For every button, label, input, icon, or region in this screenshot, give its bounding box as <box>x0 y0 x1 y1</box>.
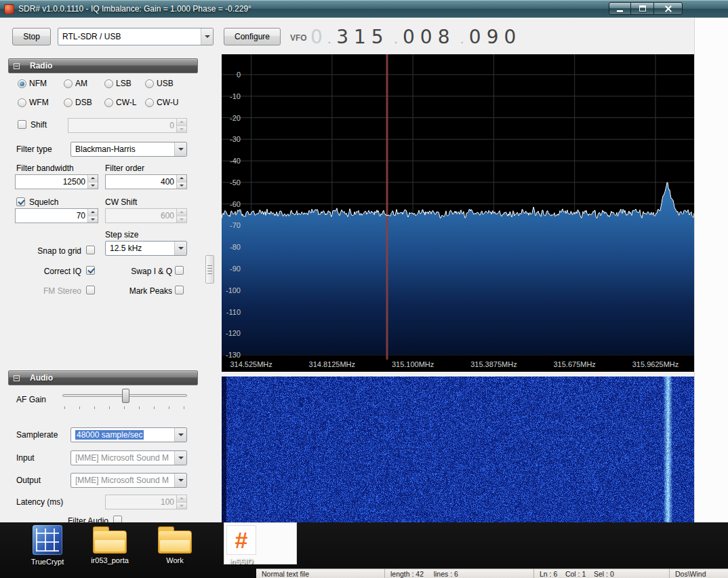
mode-label: NFM <box>29 79 47 88</box>
chevron-down-icon[interactable] <box>174 474 186 487</box>
snap-to-grid-checkbox[interactable] <box>86 246 95 254</box>
filter-type-select[interactable]: Blackman-Harris <box>70 142 187 157</box>
chevron-down-icon[interactable] <box>174 451 186 465</box>
mode-label: USB <box>157 79 174 88</box>
spin-down-icon[interactable] <box>177 503 186 509</box>
window-title: SDR# v1.0.0.1110 - IQ Imbalance: Gain = … <box>18 4 251 14</box>
spin-up-icon[interactable] <box>177 495 186 503</box>
spectrum-display[interactable]: 0-10-20-30-40-50-60-70-80-90-100-110-120… <box>222 54 694 372</box>
spin-up-icon[interactable] <box>177 209 186 216</box>
fm-stereo-checkbox[interactable] <box>86 286 95 294</box>
svg-text:-100: -100 <box>226 286 241 294</box>
desktop-icon-label: Work <box>166 556 183 564</box>
spin-up-icon[interactable] <box>177 119 186 126</box>
svg-text:315.3875MHz: 315.3875MHz <box>470 360 517 368</box>
background-window-area <box>694 18 728 522</box>
latency-input[interactable]: 100 <box>105 495 187 509</box>
maximize-button[interactable] <box>631 2 653 15</box>
spin-up-icon[interactable] <box>88 175 98 182</box>
svg-text:-90: -90 <box>230 265 241 273</box>
desktop-icon-truecrypt[interactable]: TrueCrypt <box>20 525 75 566</box>
input-device-select[interactable]: [MME] Microsoft Sound M <box>70 450 187 465</box>
filter-order-value: 400 <box>106 175 176 189</box>
svg-text:-50: -50 <box>230 178 241 187</box>
collapse-icon[interactable] <box>14 375 20 381</box>
waterfall-display[interactable] <box>222 377 694 522</box>
correct-iq-checkbox[interactable] <box>86 266 95 275</box>
desktop-icon-work[interactable]: Work <box>148 525 202 564</box>
audio-panel-header[interactable]: Audio <box>8 370 198 385</box>
mode-option-am[interactable]: AM <box>64 79 87 88</box>
statusbar-format: Dos\Wind <box>670 569 728 578</box>
filter-bandwidth-input[interactable]: 12500 <box>15 174 98 189</box>
filter-order-input[interactable]: 400 <box>105 174 187 189</box>
squelch-input[interactable]: 70 <box>15 208 98 223</box>
stop-button[interactable]: Stop <box>12 28 51 45</box>
spin-up-icon[interactable] <box>177 175 186 182</box>
collapse-icon[interactable] <box>14 63 20 69</box>
input-device-value: [MME] Microsoft Sound M <box>71 451 174 465</box>
samplerate-select[interactable]: 48000 sample/sec <box>70 427 187 442</box>
mark-peaks-checkbox[interactable] <box>175 286 184 294</box>
radio-panel-header[interactable]: Radio <box>8 58 198 73</box>
desktop-icon-inssider[interactable]: # inSSID <box>214 525 268 566</box>
svg-text:315.100MHz: 315.100MHz <box>392 360 434 368</box>
output-label: Output <box>16 476 41 485</box>
mode-option-nfm[interactable]: NFM <box>18 79 47 88</box>
spinner <box>176 209 186 223</box>
svg-text:0: 0 <box>237 71 241 79</box>
swap-iq-label: Swap I & Q <box>105 267 172 276</box>
svg-text:-30: -30 <box>230 135 241 143</box>
cw-shift-input[interactable]: 600 <box>105 208 187 223</box>
chevron-down-icon[interactable] <box>174 428 186 442</box>
freq-hz-digits: 090 <box>469 26 521 48</box>
source-select[interactable]: RTL-SDR / USB <box>58 28 214 45</box>
configure-button[interactable]: Configure <box>224 28 281 45</box>
slider-thumb[interactable] <box>122 389 129 403</box>
mode-option-dsb[interactable]: DSB <box>64 98 92 107</box>
squelch-checkbox[interactable] <box>16 197 25 206</box>
mode-option-cwu[interactable]: CW-U <box>145 98 178 107</box>
samplerate-value-wrap: 48000 sample/sec <box>71 428 174 442</box>
spin-up-icon[interactable] <box>88 209 98 216</box>
desktop-icon-label: ir053_porta <box>91 556 129 564</box>
output-device-value: [MME] Microsoft Sound M <box>71 474 174 487</box>
chevron-down-icon[interactable] <box>201 28 213 45</box>
freq-separator: . <box>460 31 464 47</box>
af-gain-slider[interactable] <box>62 388 187 411</box>
chevron-down-icon[interactable] <box>174 142 186 156</box>
freq-separator: . <box>327 31 331 47</box>
radio-icon <box>104 79 113 88</box>
sidebar: Radio NFM AM LSB USB <box>0 54 222 522</box>
step-size-select[interactable]: 12.5 kHz <box>105 241 187 256</box>
desktop-icon-ir053-porta[interactable]: ir053_porta <box>83 525 137 564</box>
shift-checkbox[interactable] <box>18 120 26 129</box>
mode-option-cwl[interactable]: CW-L <box>104 98 136 107</box>
audio-panel: Audio AF Gain Samplerate 48000 sample/se… <box>8 370 198 522</box>
cw-shift-value: 600 <box>106 209 176 223</box>
af-gain-label: AF Gain <box>16 395 46 404</box>
svg-text:-110: -110 <box>226 308 241 316</box>
spin-down-icon[interactable] <box>177 216 186 223</box>
fm-stereo-label: FM Stereo <box>8 286 81 296</box>
spin-down-icon[interactable] <box>177 126 186 133</box>
shift-input[interactable]: 0 <box>68 118 187 133</box>
output-device-select[interactable]: [MME] Microsoft Sound M <box>70 473 187 488</box>
panel-splitter-grip[interactable] <box>205 255 214 284</box>
minimize-button[interactable] <box>609 2 631 15</box>
filter-audio-checkbox[interactable] <box>113 516 122 522</box>
mode-option-lsb[interactable]: LSB <box>104 79 132 88</box>
spin-down-icon[interactable] <box>88 216 98 223</box>
close-button[interactable] <box>653 2 683 15</box>
spin-down-icon[interactable] <box>177 182 186 189</box>
swap-iq-checkbox[interactable] <box>175 266 184 275</box>
spin-down-icon[interactable] <box>88 182 98 189</box>
mode-option-usb[interactable]: USB <box>145 79 174 88</box>
vfo-label: VFO <box>290 33 307 43</box>
mode-label: AM <box>75 79 87 88</box>
vfo-frequency-display[interactable]: 0 . 315 . 008 . 090 <box>310 24 526 49</box>
chevron-down-icon[interactable] <box>174 242 186 255</box>
mode-option-wfm[interactable]: WFM <box>18 98 49 107</box>
svg-text:-130: -130 <box>226 351 241 359</box>
filter-order-label: Filter order <box>105 163 144 173</box>
